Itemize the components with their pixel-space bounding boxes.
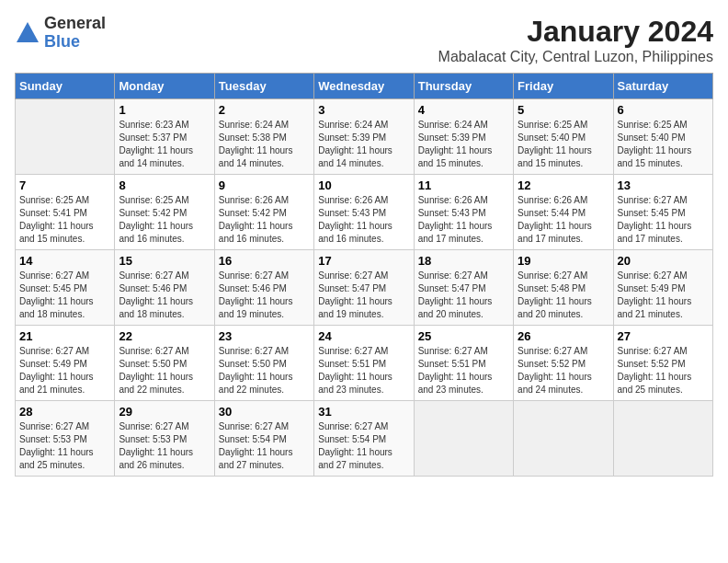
week-row-2: 7Sunrise: 6:25 AMSunset: 5:41 PMDaylight… [16, 175, 713, 250]
logo-icon [15, 20, 40, 46]
calendar-cell: 6Sunrise: 6:25 AMSunset: 5:40 PMDaylight… [613, 99, 712, 175]
calendar-cell: 25Sunrise: 6:27 AMSunset: 5:51 PMDayligh… [414, 326, 513, 401]
calendar-cell: 11Sunrise: 6:26 AMSunset: 5:43 PMDayligh… [414, 175, 513, 250]
svg-marker-0 [17, 22, 39, 42]
day-number: 14 [19, 254, 110, 268]
calendar-cell: 21Sunrise: 6:27 AMSunset: 5:49 PMDayligh… [16, 326, 115, 401]
day-info: Sunrise: 6:27 AMSunset: 5:49 PMDaylight:… [618, 270, 709, 321]
header-thursday: Thursday [414, 74, 513, 99]
day-info: Sunrise: 6:27 AMSunset: 5:51 PMDaylight:… [418, 345, 509, 396]
day-number: 15 [119, 254, 210, 268]
day-number: 20 [618, 254, 709, 268]
day-number: 12 [518, 178, 609, 192]
header-saturday: Saturday [613, 74, 712, 99]
calendar-cell: 15Sunrise: 6:27 AMSunset: 5:46 PMDayligh… [115, 250, 214, 326]
day-number: 10 [318, 178, 409, 192]
day-info: Sunrise: 6:27 AMSunset: 5:48 PMDaylight:… [518, 270, 609, 321]
day-info: Sunrise: 6:27 AMSunset: 5:52 PMDaylight:… [518, 345, 609, 396]
day-info: Sunrise: 6:25 AMSunset: 5:40 PMDaylight:… [518, 119, 609, 170]
day-info: Sunrise: 6:27 AMSunset: 5:54 PMDaylight:… [219, 420, 310, 472]
day-info: Sunrise: 6:27 AMSunset: 5:45 PMDaylight:… [618, 194, 709, 246]
day-info: Sunrise: 6:27 AMSunset: 5:54 PMDaylight:… [318, 420, 409, 472]
calendar-cell: 10Sunrise: 6:26 AMSunset: 5:43 PMDayligh… [314, 175, 414, 250]
day-number: 6 [618, 103, 709, 117]
calendar-cell: 14Sunrise: 6:27 AMSunset: 5:45 PMDayligh… [16, 250, 115, 326]
calendar-cell [16, 99, 115, 175]
header-row: SundayMondayTuesdayWednesdayThursdayFrid… [16, 74, 713, 99]
day-number: 24 [318, 329, 409, 343]
day-number: 9 [219, 178, 310, 192]
calendar-cell: 27Sunrise: 6:27 AMSunset: 5:52 PMDayligh… [613, 326, 712, 401]
calendar-cell: 23Sunrise: 6:27 AMSunset: 5:50 PMDayligh… [214, 326, 313, 401]
calendar-cell: 16Sunrise: 6:27 AMSunset: 5:46 PMDayligh… [214, 250, 313, 326]
day-number: 21 [19, 329, 110, 343]
calendar-cell [613, 401, 712, 477]
header-sunday: Sunday [16, 74, 115, 99]
day-info: Sunrise: 6:26 AMSunset: 5:42 PMDaylight:… [219, 194, 310, 246]
logo: General Blue [15, 15, 106, 52]
title-section: January 2024 Mabalacat City, Central Luz… [438, 15, 713, 65]
day-number: 23 [219, 329, 310, 343]
day-number: 8 [119, 178, 210, 192]
calendar-cell: 7Sunrise: 6:25 AMSunset: 5:41 PMDaylight… [16, 175, 115, 250]
day-info: Sunrise: 6:27 AMSunset: 5:53 PMDaylight:… [119, 420, 210, 472]
calendar-cell: 3Sunrise: 6:24 AMSunset: 5:39 PMDaylight… [314, 99, 414, 175]
calendar-cell: 9Sunrise: 6:26 AMSunset: 5:42 PMDaylight… [214, 175, 313, 250]
day-info: Sunrise: 6:26 AMSunset: 5:43 PMDaylight:… [418, 194, 509, 246]
calendar-cell: 20Sunrise: 6:27 AMSunset: 5:49 PMDayligh… [613, 250, 712, 326]
day-info: Sunrise: 6:27 AMSunset: 5:46 PMDaylight:… [219, 270, 310, 321]
calendar-cell: 12Sunrise: 6:26 AMSunset: 5:44 PMDayligh… [514, 175, 613, 250]
day-number: 16 [219, 254, 310, 268]
calendar-cell: 24Sunrise: 6:27 AMSunset: 5:51 PMDayligh… [314, 326, 414, 401]
day-info: Sunrise: 6:27 AMSunset: 5:52 PMDaylight:… [618, 345, 709, 396]
day-info: Sunrise: 6:27 AMSunset: 5:46 PMDaylight:… [119, 270, 210, 321]
header-wednesday: Wednesday [314, 74, 414, 99]
day-info: Sunrise: 6:23 AMSunset: 5:37 PMDaylight:… [119, 119, 210, 170]
day-number: 25 [418, 329, 509, 343]
day-number: 1 [119, 103, 210, 117]
day-number: 19 [518, 254, 609, 268]
day-number: 29 [119, 405, 210, 419]
day-info: Sunrise: 6:26 AMSunset: 5:43 PMDaylight:… [318, 194, 409, 246]
day-info: Sunrise: 6:24 AMSunset: 5:39 PMDaylight:… [318, 119, 409, 170]
calendar-cell: 26Sunrise: 6:27 AMSunset: 5:52 PMDayligh… [514, 326, 613, 401]
day-info: Sunrise: 6:27 AMSunset: 5:47 PMDaylight:… [318, 270, 409, 321]
logo-general: General [44, 15, 106, 33]
day-info: Sunrise: 6:27 AMSunset: 5:50 PMDaylight:… [219, 345, 310, 396]
day-info: Sunrise: 6:25 AMSunset: 5:42 PMDaylight:… [119, 194, 210, 246]
day-info: Sunrise: 6:27 AMSunset: 5:53 PMDaylight:… [19, 420, 110, 472]
calendar-cell: 4Sunrise: 6:24 AMSunset: 5:39 PMDaylight… [414, 99, 513, 175]
week-row-1: 1Sunrise: 6:23 AMSunset: 5:37 PMDaylight… [16, 99, 713, 175]
day-number: 30 [219, 405, 310, 419]
calendar-cell: 19Sunrise: 6:27 AMSunset: 5:48 PMDayligh… [514, 250, 613, 326]
day-number: 22 [119, 329, 210, 343]
day-number: 13 [618, 178, 709, 192]
day-info: Sunrise: 6:25 AMSunset: 5:41 PMDaylight:… [19, 194, 110, 246]
day-info: Sunrise: 6:24 AMSunset: 5:39 PMDaylight:… [418, 119, 509, 170]
calendar-cell: 1Sunrise: 6:23 AMSunset: 5:37 PMDaylight… [115, 99, 214, 175]
sub-title: Mabalacat City, Central Luzon, Philippin… [438, 49, 713, 65]
calendar-cell: 2Sunrise: 6:24 AMSunset: 5:38 PMDaylight… [214, 99, 313, 175]
day-number: 28 [19, 405, 110, 419]
calendar-cell [514, 401, 613, 477]
calendar-cell: 8Sunrise: 6:25 AMSunset: 5:42 PMDaylight… [115, 175, 214, 250]
week-row-4: 21Sunrise: 6:27 AMSunset: 5:49 PMDayligh… [16, 326, 713, 401]
header-friday: Friday [514, 74, 613, 99]
day-number: 5 [518, 103, 609, 117]
calendar-table: SundayMondayTuesdayWednesdayThursdayFrid… [15, 73, 713, 477]
day-number: 26 [518, 329, 609, 343]
day-info: Sunrise: 6:27 AMSunset: 5:49 PMDaylight:… [19, 345, 110, 396]
day-info: Sunrise: 6:24 AMSunset: 5:38 PMDaylight:… [219, 119, 310, 170]
calendar-cell: 17Sunrise: 6:27 AMSunset: 5:47 PMDayligh… [314, 250, 414, 326]
day-number: 18 [418, 254, 509, 268]
header-monday: Monday [115, 74, 214, 99]
calendar-cell: 31Sunrise: 6:27 AMSunset: 5:54 PMDayligh… [314, 401, 414, 477]
day-info: Sunrise: 6:27 AMSunset: 5:45 PMDaylight:… [19, 270, 110, 321]
calendar-cell: 30Sunrise: 6:27 AMSunset: 5:54 PMDayligh… [214, 401, 313, 477]
header-tuesday: Tuesday [214, 74, 313, 99]
day-number: 3 [318, 103, 409, 117]
day-number: 17 [318, 254, 409, 268]
day-info: Sunrise: 6:25 AMSunset: 5:40 PMDaylight:… [618, 119, 709, 170]
day-info: Sunrise: 6:27 AMSunset: 5:50 PMDaylight:… [119, 345, 210, 396]
week-row-5: 28Sunrise: 6:27 AMSunset: 5:53 PMDayligh… [16, 401, 713, 477]
